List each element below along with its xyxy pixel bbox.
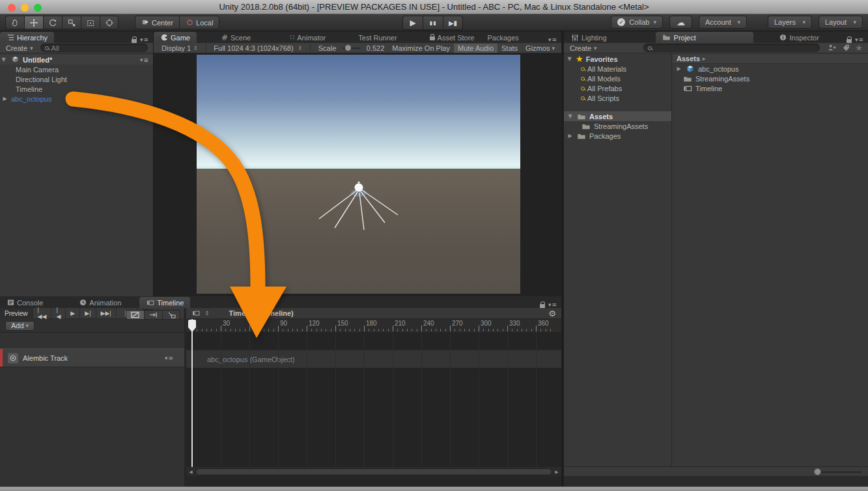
favorites-filter-icon[interactable]: ★ xyxy=(855,43,863,53)
cloud-button[interactable]: ☁ xyxy=(669,16,692,29)
mix-mode-button[interactable] xyxy=(126,310,144,320)
tab-scene[interactable]: #Scene xyxy=(215,32,257,43)
favorite-all-prefabs[interactable]: All Prefabs xyxy=(564,83,671,93)
move-tool-button[interactable] xyxy=(24,16,43,29)
track-menu-icon[interactable]: ▾≡ xyxy=(161,355,178,361)
gizmos-dropdown[interactable]: Gizmos ▾ xyxy=(522,44,559,53)
stats-toggle[interactable]: Stats xyxy=(497,44,522,53)
streaming-assets-folder-row[interactable]: StreamingAssets xyxy=(564,121,671,131)
aspect-selector[interactable]: Full 1024 4:3 (1024x768) ⇕ xyxy=(210,44,306,53)
assets-folder-row[interactable]: ▼Assets xyxy=(564,111,671,121)
label-icon[interactable] xyxy=(841,43,851,53)
tab-project[interactable]: Project xyxy=(656,32,753,43)
timeline-ruler[interactable]: 306090120150180210240270300330360 xyxy=(186,319,561,333)
goto-end-button[interactable]: ▶▶| xyxy=(96,308,117,319)
favorite-all-materials[interactable]: All Materials xyxy=(564,64,671,74)
hand-tool-button[interactable] xyxy=(5,16,24,29)
pane-menu-icon[interactable]: ▾≡ xyxy=(544,36,561,43)
maximize-on-play-toggle[interactable]: Maximize On Play xyxy=(388,44,454,53)
timeline-play-button[interactable]: ▶ xyxy=(66,308,80,319)
disclosure-open-icon[interactable]: ▼ xyxy=(0,57,7,63)
hierarchy-item-directional-light[interactable]: Directional Light xyxy=(0,74,153,84)
hierarchy-item-timeline[interactable]: Timeline xyxy=(0,84,153,94)
mute-audio-toggle[interactable]: Mute Audio xyxy=(454,44,497,53)
disclosure-open-icon[interactable]: ▼ xyxy=(567,113,574,119)
hierarchy-search-input[interactable]: All xyxy=(40,44,148,52)
scroll-right-icon[interactable]: ▶ xyxy=(553,470,560,475)
ripple-mode-button[interactable] xyxy=(144,310,162,320)
asset-streaming-assets[interactable]: StreamingAssets xyxy=(673,74,868,83)
disclosure-closed-icon[interactable]: ▶ xyxy=(675,66,682,72)
open-in-new-window-icon[interactable] xyxy=(826,43,837,53)
tab-hierarchy[interactable]: Hierarchy xyxy=(0,32,54,43)
timeline-selector-icon[interactable] xyxy=(191,308,201,318)
add-track-button[interactable]: Add▾ xyxy=(5,321,35,331)
display-selector[interactable]: Display 1 ⇕ xyxy=(158,44,202,53)
previous-frame-button[interactable]: |◀ xyxy=(51,308,66,319)
asset-abc-octopus[interactable]: ▶abc_octopus xyxy=(673,64,868,74)
tab-animation[interactable]: Animation xyxy=(72,297,128,308)
play-button[interactable]: ▶ xyxy=(402,16,423,30)
replace-mode-button[interactable] xyxy=(162,310,180,320)
tab-inspector[interactable]: Inspector xyxy=(773,32,826,43)
panel-divider[interactable] xyxy=(561,31,564,491)
asset-zoom-knob[interactable] xyxy=(814,468,821,475)
disclosure-open-icon[interactable]: ▼ xyxy=(566,56,573,62)
hierarchy-create-button[interactable]: Create▾ xyxy=(3,44,36,52)
tab-packages[interactable]: Packages xyxy=(481,32,525,43)
account-dropdown[interactable]: Account▾ xyxy=(699,16,747,29)
tab-game[interactable]: Game xyxy=(154,32,197,43)
tab-asset-store[interactable]: Asset Store xyxy=(423,32,481,43)
pivot-local-button[interactable]: Local xyxy=(179,16,219,29)
goto-start-button[interactable]: |◀◀ xyxy=(33,308,52,319)
rotate-tool-button[interactable] xyxy=(43,16,62,29)
tab-test-runner[interactable]: Test Runner xyxy=(352,32,403,43)
tab-animator[interactable]: ∷Animator xyxy=(283,32,332,43)
step-button[interactable]: ▶▮ xyxy=(443,16,463,30)
scale-slider-knob[interactable] xyxy=(345,45,351,51)
assets-breadcrumb[interactable]: Assets▸ xyxy=(673,54,868,64)
pause-button[interactable]: ▮▮ xyxy=(423,16,443,30)
scale-slider[interactable] xyxy=(343,48,360,49)
gear-icon[interactable]: ⚙ xyxy=(548,309,556,318)
scene-menu-icon[interactable]: ▾≡ xyxy=(136,57,153,63)
project-search-input[interactable] xyxy=(643,44,820,52)
pane-menu-icon[interactable]: ▾≡ xyxy=(548,302,557,308)
alembic-track-lane[interactable]: abc_octopus (GameObject) xyxy=(186,350,561,369)
packages-folder-row[interactable]: ▶Packages xyxy=(564,131,671,141)
asset-timeline[interactable]: Timeline xyxy=(673,83,868,93)
collab-dropdown[interactable]: ✓Collab▾ xyxy=(611,16,663,29)
lock-icon[interactable] xyxy=(132,39,137,43)
rect-tool-button[interactable] xyxy=(81,16,100,29)
project-create-button[interactable]: Create▾ xyxy=(567,44,600,52)
disclosure-closed-icon[interactable]: ▶ xyxy=(567,133,574,139)
lock-icon[interactable] xyxy=(540,304,545,308)
favorite-all-scripts[interactable]: All Scripts xyxy=(564,93,671,103)
updown-icon[interactable]: ⇕ xyxy=(204,310,210,316)
hierarchy-item-main-camera[interactable]: Main Camera xyxy=(0,64,153,74)
timeline-grid[interactable]: abc_octopus (GameObject) xyxy=(186,333,561,467)
favorites-row[interactable]: ▼★Favorites xyxy=(564,54,671,64)
alembic-track-header[interactable]: Alembic Track ▾≡ xyxy=(0,348,184,367)
pivot-center-button[interactable]: Center xyxy=(135,16,179,29)
next-frame-button[interactable]: ▶| xyxy=(80,308,96,319)
favorite-all-models[interactable]: All Models xyxy=(564,74,671,83)
scrollbar-thumb[interactable] xyxy=(195,468,552,475)
scene-row-untitled[interactable]: ▼ Untitled* ▾≡ xyxy=(0,55,153,64)
playhead-line[interactable] xyxy=(191,319,193,467)
layout-dropdown[interactable]: Layout▾ xyxy=(819,16,863,29)
preview-toggle[interactable]: Preview xyxy=(0,308,33,319)
pane-menu-icon[interactable]: ▾≡ xyxy=(140,36,149,43)
timeline-asset-breadcrumb[interactable]: Timeline (Timeline) xyxy=(229,309,294,317)
tab-timeline[interactable]: Timeline xyxy=(139,297,190,308)
timeline-horizontal-scrollbar[interactable]: ◀ ▶ xyxy=(188,468,560,476)
tab-lighting[interactable]: Lighting xyxy=(564,32,613,43)
scroll-left-icon[interactable]: ◀ xyxy=(188,470,194,475)
pane-menu-icon[interactable]: ▾≡ xyxy=(855,36,864,43)
asset-zoom-slider[interactable] xyxy=(815,471,861,473)
transform-tool-button[interactable] xyxy=(100,16,119,29)
layers-dropdown[interactable]: Layers▾ xyxy=(768,16,812,29)
disclosure-closed-icon[interactable]: ▶ xyxy=(1,96,8,102)
scale-tool-button[interactable] xyxy=(62,16,81,29)
hierarchy-item-abc-octopus[interactable]: ▶abc_octopus xyxy=(0,94,153,104)
